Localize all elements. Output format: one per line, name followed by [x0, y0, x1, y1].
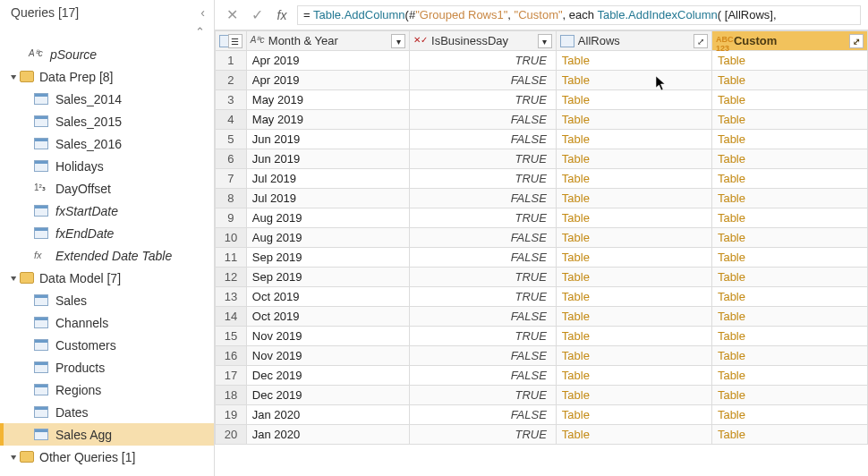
- cell-allrows[interactable]: Table: [556, 149, 711, 169]
- cell-month[interactable]: May 2019: [246, 110, 409, 130]
- cell-allrows[interactable]: Table: [556, 110, 711, 130]
- query-item[interactable]: Products: [0, 356, 214, 378]
- filter-column-icon[interactable]: ▾: [538, 34, 552, 48]
- formula-input[interactable]: = Table.AddColumn(#"Grouped Rows1", "Cus…: [297, 5, 861, 25]
- cell-allrows[interactable]: Table: [556, 307, 711, 327]
- cell-month[interactable]: Sep 2019: [246, 268, 409, 287]
- table-row[interactable]: 19Jan 2020FALSETableTable: [216, 405, 868, 425]
- cell-custom[interactable]: Table: [711, 51, 867, 71]
- table-row[interactable]: 6Jun 2019TRUETableTable: [216, 149, 868, 169]
- cell-allrows[interactable]: Table: [556, 346, 711, 366]
- table-row[interactable]: 18Dec 2019TRUETableTable: [216, 386, 868, 405]
- cell-isbusinessday[interactable]: TRUE: [410, 386, 557, 405]
- cell-allrows[interactable]: Table: [556, 208, 711, 228]
- cell-isbusinessday[interactable]: TRUE: [410, 287, 557, 307]
- query-item[interactable]: Sales: [0, 289, 214, 311]
- query-item[interactable]: Holidays: [0, 155, 214, 177]
- cell-allrows[interactable]: Table: [556, 71, 711, 90]
- column-header-all[interactable]: AllRows⤢: [556, 31, 711, 51]
- cell-isbusinessday[interactable]: FALSE: [410, 346, 557, 366]
- cell-month[interactable]: Jul 2019: [246, 189, 409, 208]
- cell-month[interactable]: May 2019: [246, 90, 409, 110]
- cell-isbusinessday[interactable]: FALSE: [410, 110, 557, 130]
- row-number-cell[interactable]: 16: [216, 346, 247, 366]
- cell-isbusinessday[interactable]: FALSE: [410, 189, 557, 208]
- cell-isbusinessday[interactable]: TRUE: [410, 51, 557, 71]
- table-row[interactable]: 11Sep 2019FALSETableTable: [216, 248, 868, 268]
- expand-group-icon[interactable]: ▾: [11, 273, 20, 283]
- cell-custom[interactable]: Table: [711, 248, 867, 268]
- expand-group-icon[interactable]: ▾: [11, 72, 20, 81]
- table-row[interactable]: 14Oct 2019FALSETableTable: [216, 307, 868, 327]
- table-row[interactable]: 5Jun 2019FALSETableTable: [216, 130, 868, 149]
- cell-custom[interactable]: Table: [711, 189, 867, 208]
- table-row[interactable]: 12Sep 2019TRUETableTable: [216, 268, 868, 287]
- cell-allrows[interactable]: Table: [556, 386, 711, 405]
- fx-icon[interactable]: fx: [272, 5, 292, 25]
- cell-isbusinessday[interactable]: FALSE: [410, 71, 557, 90]
- row-number-cell[interactable]: 20: [216, 425, 247, 445]
- cell-month[interactable]: Oct 2019: [246, 287, 409, 307]
- row-number-cell[interactable]: 5: [216, 130, 247, 149]
- query-item[interactable]: Sales_2014: [0, 88, 214, 110]
- cell-isbusinessday[interactable]: FALSE: [410, 228, 557, 248]
- row-number-cell[interactable]: 11: [216, 248, 247, 268]
- cell-month[interactable]: Aug 2019: [246, 208, 409, 228]
- collapse-sidebar-icon[interactable]: ‹: [200, 5, 205, 20]
- commit-formula-icon[interactable]: ✓: [247, 5, 267, 25]
- table-row[interactable]: 10Aug 2019FALSETableTable: [216, 228, 868, 248]
- row-menu-icon[interactable]: ☰: [228, 34, 243, 48]
- row-number-cell[interactable]: 3: [216, 90, 247, 110]
- filter-column-icon[interactable]: ▾: [391, 34, 405, 48]
- cell-allrows[interactable]: Table: [556, 189, 711, 208]
- cell-isbusinessday[interactable]: FALSE: [410, 366, 557, 386]
- cell-month[interactable]: Apr 2019: [246, 51, 409, 71]
- cell-custom[interactable]: Table: [711, 307, 867, 327]
- cell-month[interactable]: Jan 2020: [246, 425, 409, 445]
- cell-allrows[interactable]: Table: [556, 287, 711, 307]
- cell-custom[interactable]: Table: [711, 346, 867, 366]
- expand-group-icon[interactable]: ▾: [11, 452, 20, 462]
- cell-custom[interactable]: Table: [711, 149, 867, 169]
- cell-custom[interactable]: Table: [711, 425, 867, 445]
- cell-isbusinessday[interactable]: FALSE: [410, 307, 557, 327]
- query-item[interactable]: Sales Agg: [0, 423, 214, 446]
- query-item[interactable]: fxEndDate: [0, 222, 214, 244]
- row-number-cell[interactable]: 6: [216, 149, 247, 169]
- cell-custom[interactable]: Table: [711, 386, 867, 405]
- cell-allrows[interactable]: Table: [556, 405, 711, 425]
- row-number-cell[interactable]: 12: [216, 268, 247, 287]
- table-row[interactable]: 4May 2019FALSETableTable: [216, 110, 868, 130]
- row-number-cell[interactable]: 1: [216, 51, 247, 71]
- cell-custom[interactable]: Table: [711, 287, 867, 307]
- query-group[interactable]: ▾Data Model [7]: [0, 267, 214, 289]
- cell-isbusinessday[interactable]: TRUE: [410, 268, 557, 287]
- cell-month[interactable]: Jun 2019: [246, 149, 409, 169]
- table-row[interactable]: 15Nov 2019TRUETableTable: [216, 327, 868, 346]
- cell-custom[interactable]: Table: [711, 268, 867, 287]
- row-number-cell[interactable]: 8: [216, 189, 247, 208]
- table-row[interactable]: 13Oct 2019TRUETableTable: [216, 287, 868, 307]
- cell-isbusinessday[interactable]: TRUE: [410, 149, 557, 169]
- cell-allrows[interactable]: Table: [556, 327, 711, 346]
- cell-custom[interactable]: Table: [711, 208, 867, 228]
- cell-month[interactable]: Dec 2019: [246, 366, 409, 386]
- cell-custom[interactable]: Table: [711, 228, 867, 248]
- cell-allrows[interactable]: Table: [556, 268, 711, 287]
- cell-allrows[interactable]: Table: [556, 248, 711, 268]
- column-header-cust[interactable]: ABC 123Custom⤢: [711, 31, 867, 51]
- query-item-psource[interactable]: AᴮcpSource: [0, 43, 214, 65]
- row-number-cell[interactable]: 17: [216, 366, 247, 386]
- query-item[interactable]: fxStartDate: [0, 200, 214, 222]
- row-number-cell[interactable]: 2: [216, 71, 247, 90]
- cell-month[interactable]: Dec 2019: [246, 386, 409, 405]
- row-number-cell[interactable]: 9: [216, 208, 247, 228]
- query-group[interactable]: ▾Other Queries [1]: [0, 446, 214, 468]
- cell-month[interactable]: Oct 2019: [246, 307, 409, 327]
- cell-month[interactable]: Nov 2019: [246, 346, 409, 366]
- cell-isbusinessday[interactable]: FALSE: [410, 405, 557, 425]
- cell-custom[interactable]: Table: [711, 90, 867, 110]
- cell-month[interactable]: Jul 2019: [246, 169, 409, 189]
- query-item[interactable]: Channels: [0, 311, 214, 334]
- column-header-month[interactable]: AᴮcMonth & Year▾: [246, 31, 409, 51]
